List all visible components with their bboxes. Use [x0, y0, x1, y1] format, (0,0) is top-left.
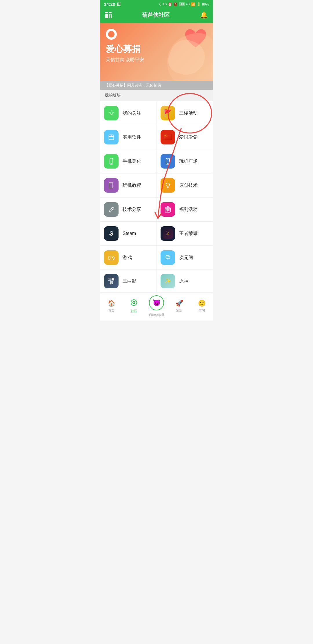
- section-header: 我的版块: [100, 90, 213, 101]
- status-image-icon: 🖼: [117, 2, 121, 6]
- menu-item-my-follow[interactable]: ☆我的关注: [100, 101, 156, 125]
- menu-item-games[interactable]: 游戏: [100, 246, 156, 270]
- menu-label-play-tutorial: 玩机教程: [123, 182, 141, 189]
- menu-label-tech-share: 技术分享: [123, 207, 141, 213]
- menu-item-genshin[interactable]: ✨ 原神: [156, 270, 213, 293]
- menu-label-sanlo-activity: 三楼活动: [179, 110, 198, 116]
- menu-item-play-tutorial[interactable]: 玩机教程: [100, 173, 156, 198]
- svg-rect-8: [109, 183, 113, 188]
- nav-label-community: 社区: [131, 309, 137, 313]
- banner-logo: [106, 29, 117, 40]
- menu-icon-phone-beauty: [104, 154, 119, 169]
- menu-label-welfare: 福利活动: [179, 207, 198, 213]
- nav-label-home: 首页: [108, 308, 114, 313]
- menu-label-my-follow: 我的关注: [123, 110, 141, 116]
- menu-icon-steam: [104, 226, 119, 241]
- menu-label-practical-software: 实用软件: [123, 134, 141, 140]
- menu-label-patriot: 爱国爱党: [179, 134, 198, 140]
- svg-point-31: [167, 256, 168, 257]
- svg-point-29: [113, 258, 114, 259]
- banner[interactable]: 爱心募捐 天佑甘肃 众盼平安: [100, 23, 213, 81]
- menu-icon-welfare: 福利: [161, 202, 175, 217]
- battery-pct: 89%: [202, 2, 209, 6]
- menu-label-original-tech: 原创技术: [179, 182, 198, 189]
- nav-item-space[interactable]: 🙂 空间: [193, 300, 210, 313]
- alarm-icon: ⏰: [168, 2, 172, 6]
- nav-item-modifier[interactable]: 😈 启动修改器: [148, 295, 165, 317]
- menu-icon-patriot: 🇨🇳: [161, 130, 175, 144]
- menu-label-steam: Steam: [123, 231, 136, 236]
- menu-label-genshin: 原神: [179, 278, 188, 284]
- banner-subtitle: 天佑甘肃 众盼平安: [106, 57, 207, 63]
- menu-grid: ☆我的关注🚩三楼活动 实用软件🇨🇳爱国爱党 手机美化 玩机广场 玩机教程 原创技…: [100, 101, 213, 293]
- menu-item-phone-beauty[interactable]: 手机美化: [100, 149, 156, 173]
- status-time: 14:20: [104, 2, 115, 7]
- menu-icon-play-square: [161, 154, 175, 169]
- grid-menu-icon[interactable]: +: [105, 12, 112, 18]
- banner-bottom-text: 【爱心募捐】同舟共济，天佑甘肃: [100, 81, 213, 90]
- menu-icon-ciyuan: [161, 250, 175, 265]
- menu-item-tech-share[interactable]: 技术分享: [100, 198, 156, 222]
- menu-label-king-glory: 王者荣耀: [179, 231, 198, 237]
- menu-icon-king-glory: ⚔: [161, 226, 175, 241]
- menu-item-steam[interactable]: Steam: [100, 222, 156, 246]
- svg-rect-12: [109, 183, 109, 188]
- hd-badge: HD: [179, 2, 185, 6]
- header: + 葫芦侠社区 🔔: [100, 8, 213, 23]
- nav-label-discover: 发现: [176, 308, 182, 313]
- menu-item-practical-software[interactable]: 实用软件: [100, 125, 156, 149]
- banner-title: 爱心募捐: [106, 43, 207, 55]
- menu-icon-my-follow: ☆: [104, 106, 119, 120]
- menu-icon-practical-software: [104, 130, 119, 144]
- modifier-icon: 😈: [153, 299, 161, 307]
- space-icon: 🙂: [198, 300, 206, 307]
- menu-icon-play-tutorial: [104, 178, 119, 193]
- svg-point-36: [133, 302, 134, 303]
- menu-item-sanliangying[interactable]: 三两影 三两影: [100, 270, 156, 293]
- menu-item-welfare[interactable]: 福利 福利活动: [156, 198, 213, 222]
- svg-point-28: [112, 257, 113, 258]
- nav-label-space: 空间: [199, 308, 205, 313]
- menu-item-original-tech[interactable]: 原创技术: [156, 173, 213, 198]
- menu-label-sanliangying: 三两影: [123, 278, 137, 284]
- menu-item-sanlo-activity[interactable]: 🚩三楼活动: [156, 101, 213, 125]
- network-icon: 4G: [186, 3, 190, 6]
- discover-icon: 🚀: [175, 300, 183, 307]
- svg-text:⚔: ⚔: [166, 231, 170, 236]
- notification-bell-icon[interactable]: 🔔: [200, 11, 208, 19]
- svg-text:福利: 福利: [165, 209, 170, 211]
- battery-icon: 🔋: [196, 2, 201, 6]
- signal-icon: 📶: [191, 2, 195, 6]
- nav-item-discover[interactable]: 🚀 发现: [170, 300, 188, 313]
- menu-icon-games: [104, 250, 119, 265]
- menu-label-phone-beauty: 手机美化: [123, 158, 141, 164]
- menu-item-patriot[interactable]: 🇨🇳爱国爱党: [156, 125, 213, 149]
- bottom-nav: 🏠 首页 社区 😈 启动修改器 🚀 发现: [100, 293, 213, 321]
- menu-icon-original-tech: [161, 178, 175, 193]
- header-title: 葫芦侠社区: [142, 11, 170, 19]
- nav-label-modifier: 启动修改器: [149, 313, 165, 317]
- menu-label-ciyuan: 次元阁: [179, 255, 193, 261]
- status-bar: 14:20 🖼 0 K/s ⏰ 🔕 HD 4G 📶 🔋 89%: [100, 0, 213, 8]
- menu-label-play-square: 玩机广场: [179, 158, 198, 164]
- menu-icon-sanlo-activity: 🚩: [161, 106, 175, 120]
- svg-point-13: [166, 183, 170, 187]
- nav-item-home[interactable]: 🏠 首页: [103, 300, 120, 313]
- partial-row: 三两影 三两影 ✨ 原神: [100, 270, 213, 293]
- nav-item-community[interactable]: 社区: [125, 299, 143, 313]
- app-container: 14:20 🖼 0 K/s ⏰ 🔕 HD 4G 📶 🔋 89% + 葫芦侠社区 …: [100, 0, 213, 321]
- menu-item-ciyuan[interactable]: 次元阁: [156, 246, 213, 270]
- svg-rect-7: [167, 159, 168, 159]
- community-icon: [130, 299, 137, 308]
- menu-item-play-square[interactable]: 玩机广场: [156, 149, 213, 173]
- svg-point-32: [168, 256, 169, 257]
- menu-icon-tech-share: [104, 202, 119, 217]
- status-icons: 0 K/s ⏰ 🔕 HD 4G 📶 🔋 89%: [159, 2, 209, 6]
- home-icon: 🏠: [108, 300, 115, 307]
- mute-icon: 🔕: [173, 2, 178, 6]
- menu-item-king-glory[interactable]: ⚔ 王者荣耀: [156, 222, 213, 246]
- menu-label-games: 游戏: [123, 255, 132, 261]
